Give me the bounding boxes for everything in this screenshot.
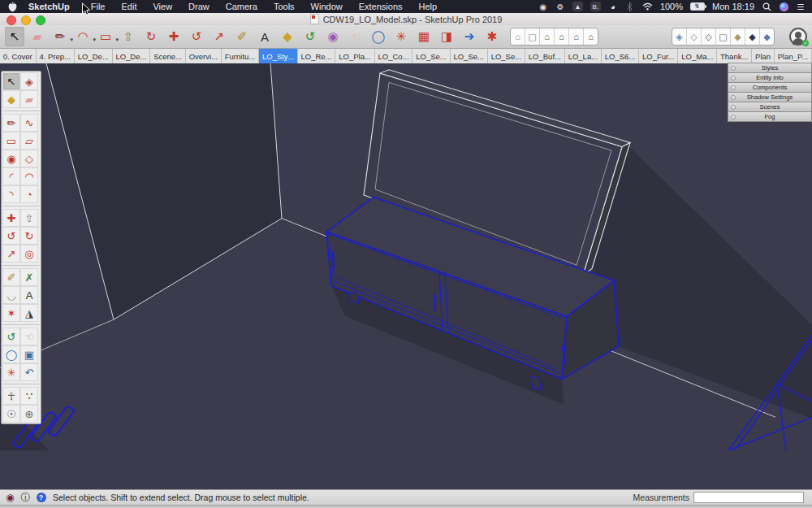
rectangle-tool[interactable]: ▭▾ — [96, 27, 115, 46]
select-tool[interactable]: ↖ — [5, 27, 24, 46]
zoom-extents-tool[interactable]: ✳ — [2, 363, 20, 381]
scene-tab-13[interactable]: LO_Se... — [488, 49, 525, 63]
scene-tab-2[interactable]: LO_De... — [75, 49, 113, 63]
style-monochrome-button[interactable]: ◆ — [759, 28, 774, 45]
arc-tool[interactable]: ◠▾ — [73, 27, 93, 46]
scene-tab-10[interactable]: LO_Co... — [375, 49, 413, 63]
rotated-rectangle-tool[interactable]: ▱ — [20, 132, 38, 150]
export-document-button[interactable]: ➔ — [460, 27, 479, 46]
box-app-icon[interactable]: B. — [590, 2, 601, 11]
spotlight-icon[interactable] — [762, 1, 771, 12]
geolocation-icon[interactable]: ◉ — [5, 493, 15, 503]
tray-panel-shadow-settings[interactable]: Shadow Settings — [728, 93, 812, 102]
pan-tool[interactable]: ☜ — [346, 27, 365, 46]
tape-measure-tool[interactable]: ✐ — [232, 27, 252, 46]
protractor-tool[interactable]: ◡ — [2, 286, 20, 304]
scene-tab-0[interactable]: 0. Cover — [0, 49, 37, 63]
zoom-tool[interactable]: ◯ — [2, 345, 20, 363]
two-point-arc-tool[interactable]: ◠ — [20, 167, 38, 185]
screen-record-icon[interactable]: ◉ — [538, 1, 548, 12]
style-textured-button[interactable]: ◆ — [745, 28, 759, 45]
axes-tool[interactable]: ✶ — [2, 304, 20, 322]
bluetooth-icon[interactable] — [625, 1, 635, 12]
color-wheel-icon[interactable]: ◉ — [323, 27, 343, 46]
menu-item-file[interactable]: File — [83, 2, 114, 11]
notification-center-icon[interactable]: ☰ — [796, 1, 806, 12]
scene-tab-15[interactable]: LO_La... — [565, 49, 602, 63]
apple-menu-icon[interactable] — [8, 2, 17, 12]
menu-item-extensions[interactable]: Extensions — [351, 2, 411, 11]
battery-icon[interactable]: ↯ — [690, 2, 705, 11]
freehand-tool[interactable]: ∿ — [20, 114, 38, 132]
menu-item-help[interactable]: Help — [411, 2, 446, 11]
text-tool[interactable]: A — [255, 27, 274, 46]
follow-me-tool[interactable]: ↻ — [20, 227, 38, 245]
eraser-tool[interactable]: ▰ — [20, 90, 38, 108]
style-wireframe-button[interactable]: ◇ — [701, 28, 715, 45]
rectangle-tool[interactable]: ▭ — [2, 132, 20, 150]
orbit-tool[interactable]: ↺ — [300, 27, 320, 46]
look-around-tool[interactable]: ☉ — [2, 405, 20, 423]
select-tool[interactable]: ↖ — [2, 72, 20, 90]
rotate-tool[interactable]: ↺ — [2, 227, 20, 245]
tray-knob-icon[interactable] — [731, 66, 736, 71]
minimize-window-button[interactable] — [21, 15, 31, 25]
tray-knob-icon[interactable] — [731, 95, 736, 100]
tray-knob-icon[interactable] — [731, 85, 736, 90]
scene-tab-21[interactable]: Plan_P... — [775, 49, 812, 63]
menu-item-camera[interactable]: Camera — [218, 2, 266, 11]
scene-tab-5[interactable]: Overvi... — [186, 49, 222, 63]
menu-item-window[interactable]: Window — [303, 2, 351, 11]
account-avatar[interactable]: ✓ — [789, 28, 807, 46]
zoom-tool[interactable]: ◯ — [369, 27, 388, 46]
tray-panel-scenes[interactable]: Scenes — [728, 102, 812, 112]
move-tool[interactable]: ✚ — [164, 27, 184, 46]
style-shaded-button[interactable]: ◆ — [730, 28, 745, 45]
position-camera-tool[interactable]: ☥ — [2, 387, 20, 405]
model-viewport[interactable] — [0, 63, 812, 489]
send-to-layout-button[interactable]: ▦ — [414, 27, 434, 46]
three-d-text-tool[interactable]: ◮ — [20, 304, 38, 322]
line-tool[interactable]: ✏▾ — [50, 27, 70, 46]
tray-knob-icon[interactable] — [731, 105, 736, 110]
push-pull-tool[interactable]: ⇧ — [119, 27, 138, 46]
polygon-tool[interactable]: ◇ — [20, 150, 38, 167]
creative-cloud-icon[interactable]: ◕ — [608, 1, 618, 12]
components-sampler-button[interactable]: ◨ — [437, 27, 456, 46]
follow-me-tool[interactable]: ↻ — [141, 27, 161, 46]
view-back-button[interactable]: ⌂ — [568, 28, 583, 45]
zoom-window-tool[interactable]: ▣ — [20, 345, 38, 363]
rotate-tool[interactable]: ↺ — [187, 27, 206, 46]
previous-view-tool[interactable]: ↶ — [20, 363, 38, 381]
push-pull-tool[interactable]: ⇧ — [20, 209, 38, 227]
tray-knob-icon[interactable] — [731, 76, 736, 80]
scene-tab-20[interactable]: Plan — [752, 49, 775, 63]
help-icon[interactable]: ? — [36, 493, 46, 503]
scale-tool[interactable]: ↗ — [209, 27, 229, 46]
scene-tab-1[interactable]: 4. Prep... — [37, 49, 75, 63]
close-window-button[interactable] — [6, 15, 16, 25]
offset-tool[interactable]: ◎ — [20, 245, 38, 263]
tray-panel-components[interactable]: Components — [728, 83, 812, 93]
scene-tab-7[interactable]: LO_Sty... — [259, 49, 298, 63]
wifi-icon[interactable] — [642, 1, 653, 12]
view-right-button[interactable]: ⌂ — [554, 28, 568, 45]
scene-tab-8[interactable]: LO_Re... — [298, 49, 336, 63]
app-menu-title[interactable]: SketchUp — [28, 2, 70, 11]
tray-knob-icon[interactable] — [731, 115, 736, 119]
scene-tab-12[interactable]: LO_Se... — [451, 49, 488, 63]
eraser-tool[interactable]: ▰ — [28, 27, 47, 46]
circle-tool[interactable]: ◉ — [2, 150, 20, 167]
scene-tab-4[interactable]: Scene... — [150, 49, 186, 63]
style-xray-button[interactable]: ◈ — [672, 28, 686, 45]
menu-item-draw[interactable]: Draw — [180, 2, 218, 11]
scene-tab-17[interactable]: LO_Fur... — [639, 49, 678, 63]
zoom-window-button[interactable] — [36, 15, 45, 25]
zoom-extents-tool[interactable]: ✳ — [391, 27, 411, 46]
view-front-button[interactable]: ⌂ — [539, 28, 554, 45]
scene-tab-6[interactable]: Furnitu... — [222, 49, 259, 63]
pie-tool[interactable]: ◔ — [20, 185, 38, 203]
tape-measure-tool[interactable]: ✐ — [2, 268, 20, 286]
sync-settings-icon[interactable]: ⚙ — [555, 1, 565, 12]
line-tool[interactable]: ✏ — [2, 114, 20, 132]
